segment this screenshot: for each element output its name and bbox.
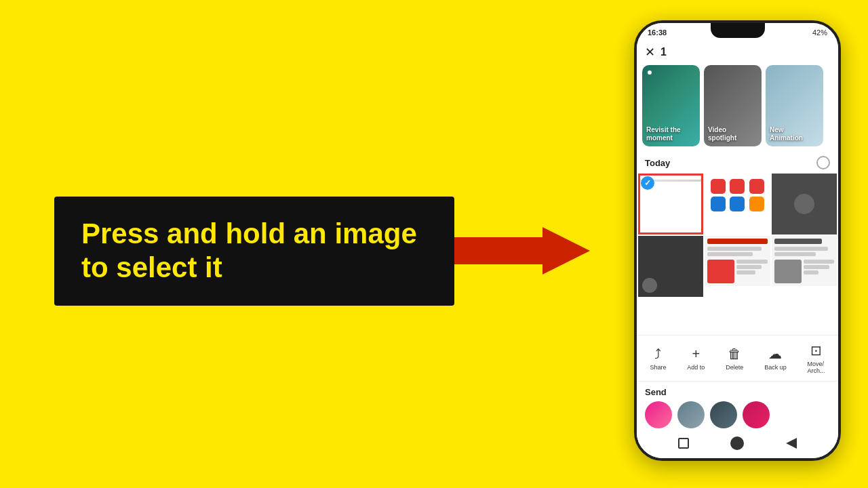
share-label: Share [650, 364, 666, 371]
check-mark-1: ✓ [641, 176, 654, 190]
move-icon: ⊡ [810, 342, 822, 359]
toolbar-move[interactable]: ⊡ Move/Arch... [808, 342, 825, 374]
send-avatar-3[interactable] [710, 401, 737, 428]
phone-nav-bar [637, 431, 838, 458]
nav-back-icon[interactable] [786, 438, 797, 449]
photo-article-2 [772, 236, 837, 286]
app-icon-red3 [749, 179, 764, 194]
story-bg-1: Revisit themoment [642, 65, 700, 146]
app-icon-blue [711, 197, 726, 211]
photo-grid: ✓ [637, 174, 838, 335]
section-today: Today [637, 152, 838, 174]
backup-label: Back up [764, 364, 787, 371]
nav-home-icon[interactable] [730, 436, 744, 450]
photo-cell-3[interactable] [772, 174, 837, 235]
status-bar: 16:38 42% [637, 23, 838, 39]
story-dot-1 [648, 70, 652, 75]
app-content: ✕ 1 Revisit themoment Videospotlight New… [637, 39, 838, 458]
story-label-2: Videospotlight [708, 126, 736, 142]
instruction-box: Press and hold an image to select it [54, 197, 454, 306]
stories-row: Revisit themoment Videospotlight NewAnim… [637, 65, 838, 152]
move-label: Move/Arch... [808, 361, 825, 374]
send-avatars [645, 401, 830, 428]
story-label-3: NewAnimation [770, 126, 803, 142]
story-card-1[interactable]: Revisit themoment [642, 65, 700, 146]
app-header: ✕ 1 [637, 39, 838, 65]
status-battery: 42% [812, 28, 827, 37]
story-label-1: Revisit themoment [646, 126, 681, 142]
app-icon-orange [749, 197, 764, 211]
add-icon: + [692, 346, 701, 362]
send-avatar-1[interactable] [645, 401, 672, 428]
app-icon-red2 [730, 179, 745, 194]
story-card-3[interactable]: NewAnimation [766, 65, 823, 146]
toolbar-add[interactable]: + Add to [687, 346, 705, 371]
photo-cell-4[interactable] [638, 236, 703, 297]
delete-label: Delete [726, 364, 743, 371]
delete-icon: 🗑 [728, 346, 741, 362]
nav-square-icon[interactable] [678, 438, 689, 449]
app-icon-blue2 [730, 197, 745, 211]
photo-article-1 [705, 236, 770, 286]
story-bg-3: NewAnimation [766, 65, 823, 146]
story-bg-2: Videospotlight [704, 65, 762, 146]
toolbar-share[interactable]: ⤴ Share [650, 346, 666, 371]
photo-icons-1 [705, 174, 770, 217]
select-all-circle[interactable] [816, 156, 830, 169]
photo-cell-1[interactable]: ✓ [638, 174, 703, 235]
backup-icon: ☁ [768, 346, 782, 362]
svg-marker-0 [454, 227, 590, 274]
photo-cell-2[interactable] [705, 174, 770, 235]
send-label: Send [645, 387, 830, 397]
close-button[interactable]: ✕ [645, 45, 655, 60]
section-today-label: Today [645, 158, 670, 168]
phone: 16:38 42% ✕ 1 Revisit themoment Videospo… [634, 20, 841, 461]
photo-cell-5[interactable] [705, 236, 770, 297]
status-time: 16:38 [648, 28, 667, 37]
bottom-toolbar: ⤴ Share + Add to 🗑 Delete ☁ Back up ⊡ Mo… [637, 335, 838, 381]
photo-dark-2 [638, 236, 703, 297]
add-label: Add to [687, 364, 705, 371]
selected-count: 1 [660, 46, 667, 58]
send-avatar-2[interactable] [677, 401, 705, 428]
toolbar-delete[interactable]: 🗑 Delete [726, 346, 743, 371]
send-section: Send [637, 381, 838, 431]
photo-cell-6[interactable] [772, 236, 837, 297]
photo-dark-1 [772, 174, 837, 235]
app-icon-red [711, 179, 726, 194]
notch [711, 23, 765, 38]
arrow [454, 224, 590, 278]
share-icon: ⤴ [654, 346, 661, 362]
story-card-2[interactable]: Videospotlight [704, 65, 762, 146]
toolbar-backup[interactable]: ☁ Back up [764, 346, 787, 371]
battery-text: 42% [812, 28, 827, 37]
send-avatar-4[interactable] [743, 401, 770, 428]
instruction-text: Press and hold an image to select it [81, 218, 417, 283]
